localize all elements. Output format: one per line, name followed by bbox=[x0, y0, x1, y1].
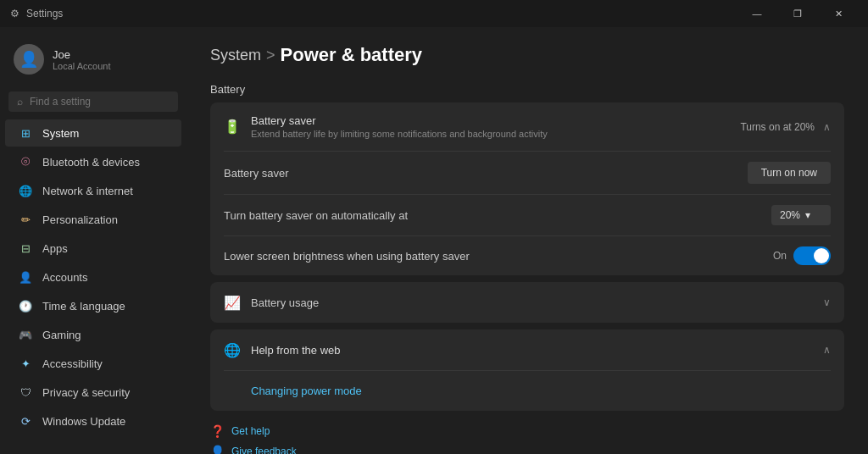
get-help-icon: ❓ bbox=[210, 424, 225, 438]
battery-saver-content: Battery saver Extend battery life by lim… bbox=[251, 114, 730, 139]
battery-saver-status: Turns on at 20% bbox=[740, 121, 815, 133]
titlebar: ⚙ Settings — ❐ ✕ bbox=[0, 0, 868, 27]
search-input[interactable] bbox=[30, 96, 170, 108]
sidebar-item-label: Personalization bbox=[42, 213, 118, 226]
battery-saver-title: Battery saver bbox=[251, 114, 730, 127]
time-icon: 🕐 bbox=[19, 299, 32, 313]
brightness-label: Lower screen brightness when using batte… bbox=[224, 250, 763, 263]
personalization-icon: ✏ bbox=[19, 213, 32, 226]
battery-usage-label: Battery usage bbox=[251, 296, 813, 309]
sidebar-item-label: Bluetooth & devices bbox=[42, 156, 140, 169]
sidebar-item-accounts[interactable]: 👤 Accounts bbox=[5, 263, 181, 291]
system-icon: ⊞ bbox=[19, 126, 32, 140]
user-profile[interactable]: 👤 Joe Local Account bbox=[0, 34, 186, 85]
help-chevron[interactable]: ∧ bbox=[823, 344, 831, 356]
brightness-row: Lower screen brightness when using batte… bbox=[210, 236, 844, 275]
give-feedback-link[interactable]: 👤 Give feedback bbox=[210, 445, 844, 454]
brightness-toggle-container: On bbox=[773, 246, 831, 265]
sidebar-item-label: Windows Update bbox=[42, 415, 125, 428]
gaming-icon: 🎮 bbox=[19, 328, 32, 341]
sidebar-item-accessibility[interactable]: ✦ Accessibility bbox=[5, 350, 181, 377]
sidebar-item-gaming[interactable]: 🎮 Gaming bbox=[5, 321, 181, 348]
get-help-link[interactable]: ❓ Get help bbox=[210, 424, 844, 438]
network-icon: 🌐 bbox=[19, 184, 32, 197]
search-icon: ⌕ bbox=[17, 96, 23, 108]
dropdown-value: 20% bbox=[780, 209, 800, 221]
privacy-icon: 🛡 bbox=[19, 385, 32, 399]
sidebar-item-label: Apps bbox=[42, 242, 68, 255]
close-button[interactable]: ✕ bbox=[819, 0, 858, 27]
help-links: Changing power mode bbox=[210, 371, 844, 411]
sidebar-item-network[interactable]: 🌐 Network & internet bbox=[5, 177, 181, 204]
sidebar-item-label: Privacy & security bbox=[42, 386, 130, 399]
titlebar-controls: — ❐ ✕ bbox=[737, 0, 858, 27]
help-icon: 🌐 bbox=[224, 341, 241, 358]
auto-battery-saver-row: Turn battery saver on automatically at 2… bbox=[210, 195, 844, 235]
settings-icon: ⚙ bbox=[10, 8, 19, 19]
turn-on-now-button[interactable]: Turn on now bbox=[748, 162, 831, 184]
sidebar-item-label: System bbox=[42, 127, 79, 140]
search-box[interactable]: ⌕ bbox=[8, 91, 178, 112]
minimize-button[interactable]: — bbox=[737, 0, 776, 27]
auto-battery-label: Turn battery saver on automatically at bbox=[224, 209, 761, 222]
sidebar-item-time[interactable]: 🕐 Time & language bbox=[5, 292, 181, 319]
battery-saver-row: Battery saver Turn on now bbox=[210, 152, 844, 194]
battery-saver-icon: 🔋 bbox=[224, 119, 241, 136]
battery-usage-chevron[interactable]: ∨ bbox=[823, 296, 831, 308]
accessibility-icon: ✦ bbox=[19, 357, 32, 370]
battery-saver-header[interactable]: 🔋 Battery saver Extend battery life by l… bbox=[210, 102, 844, 151]
breadcrumb: System > Power & battery bbox=[210, 44, 844, 66]
brightness-value: On bbox=[773, 246, 831, 265]
breadcrumb-separator: > bbox=[266, 47, 275, 64]
sidebar-item-label: Network & internet bbox=[42, 185, 133, 197]
sidebar: 👤 Joe Local Account ⌕ ⊞ System ⦾ Bluetoo… bbox=[0, 27, 186, 454]
sidebar-item-personalization[interactable]: ✏ Personalization bbox=[5, 206, 181, 233]
brightness-status: On bbox=[773, 250, 787, 262]
sidebar-item-label: Gaming bbox=[42, 329, 81, 341]
help-card: 🌐 Help from the web ∧ Changing power mod… bbox=[210, 329, 844, 411]
battery-usage-row[interactable]: 📈 Battery usage ∨ bbox=[210, 282, 844, 323]
titlebar-left: ⚙ Settings bbox=[10, 8, 63, 19]
dropdown-chevron-icon: ▾ bbox=[805, 209, 810, 221]
battery-section-title: Battery bbox=[210, 83, 844, 96]
battery-usage-icon: 📈 bbox=[224, 294, 241, 311]
user-type: Local Account bbox=[53, 61, 111, 71]
give-feedback-label: Give feedback bbox=[231, 446, 297, 454]
sidebar-item-update[interactable]: ⟳ Windows Update bbox=[5, 407, 181, 435]
sidebar-item-bluetooth[interactable]: ⦾ Bluetooth & devices bbox=[5, 148, 181, 175]
give-feedback-icon: 👤 bbox=[210, 445, 225, 454]
help-content: Help from the web bbox=[251, 344, 813, 357]
update-icon: ⟳ bbox=[19, 414, 32, 428]
get-help-label: Get help bbox=[231, 425, 270, 437]
battery-saver-right: Turns on at 20% ∧ bbox=[740, 121, 831, 133]
auto-battery-value: 20% ▾ bbox=[771, 205, 831, 225]
battery-saver-subtitle: Extend battery life by limiting some not… bbox=[251, 129, 730, 139]
battery-usage-card: 📈 Battery usage ∨ bbox=[210, 282, 844, 323]
avatar: 👤 bbox=[14, 44, 44, 75]
battery-saver-row-value: Turn on now bbox=[748, 162, 831, 184]
content-area: System > Power & battery Battery 🔋 Batte… bbox=[186, 27, 868, 454]
battery-saver-card: 🔋 Battery saver Extend battery life by l… bbox=[210, 102, 844, 275]
sidebar-item-apps[interactable]: ⊟ Apps bbox=[5, 235, 181, 262]
user-name: Joe bbox=[53, 48, 111, 61]
changing-power-mode-link[interactable]: Changing power mode bbox=[251, 381, 831, 401]
app-title: Settings bbox=[26, 8, 63, 19]
breadcrumb-parent[interactable]: System bbox=[210, 47, 261, 64]
help-card-header[interactable]: 🌐 Help from the web ∧ bbox=[210, 329, 844, 370]
app-container: 👤 Joe Local Account ⌕ ⊞ System ⦾ Bluetoo… bbox=[0, 27, 868, 454]
sidebar-item-label: Accounts bbox=[42, 271, 87, 284]
battery-saver-chevron[interactable]: ∧ bbox=[823, 121, 831, 133]
restore-button[interactable]: ❐ bbox=[778, 0, 817, 27]
sidebar-item-label: Time & language bbox=[42, 300, 125, 313]
breadcrumb-current: Power & battery bbox=[281, 44, 423, 66]
accounts-icon: 👤 bbox=[19, 270, 32, 284]
sidebar-item-privacy[interactable]: 🛡 Privacy & security bbox=[5, 379, 181, 406]
auto-battery-dropdown[interactable]: 20% ▾ bbox=[771, 205, 831, 225]
bluetooth-icon: ⦾ bbox=[19, 155, 32, 169]
help-title: Help from the web bbox=[251, 344, 813, 357]
bottom-links: ❓ Get help 👤 Give feedback bbox=[210, 424, 844, 454]
sidebar-item-system[interactable]: ⊞ System bbox=[5, 119, 181, 147]
user-info: Joe Local Account bbox=[53, 48, 111, 71]
apps-icon: ⊟ bbox=[19, 241, 32, 255]
brightness-toggle[interactable] bbox=[793, 246, 831, 265]
